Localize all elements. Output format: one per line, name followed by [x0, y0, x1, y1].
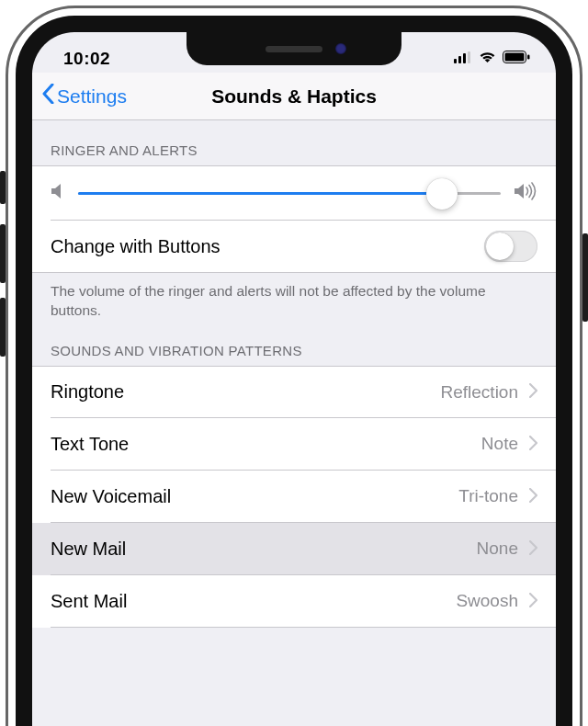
chevron-right-icon [529, 591, 537, 612]
back-button[interactable]: Settings [41, 73, 127, 119]
speaker-max-icon [514, 182, 537, 205]
section-header-ringer: Ringer and Alerts [32, 120, 556, 165]
row-value: Swoosh [456, 591, 518, 611]
svg-rect-2 [463, 53, 466, 63]
svg-rect-0 [454, 59, 457, 63]
speaker-min-icon [51, 183, 65, 204]
svg-rect-1 [458, 56, 461, 63]
chevron-right-icon [529, 434, 537, 455]
row-value: Note [481, 434, 518, 454]
chevron-right-icon [529, 486, 537, 507]
slider-fill [78, 192, 442, 195]
side-button [582, 233, 588, 322]
row-ringtone[interactable]: Ringtone Reflection [32, 366, 556, 418]
change-with-buttons-row: Change with Buttons [32, 221, 556, 273]
battery-icon [503, 51, 530, 67]
row-new-voicemail[interactable]: New Voicemail Tri-tone [32, 471, 556, 523]
toggle-knob [486, 233, 514, 260]
chevron-right-icon [529, 539, 537, 560]
row-label: Sent Mail [51, 591, 456, 612]
slider-thumb[interactable] [426, 178, 458, 210]
page-title: Sounds & Haptics [211, 85, 377, 108]
back-label: Settings [57, 85, 127, 108]
phone-frame: 10:02 [6, 6, 582, 726]
notch [187, 32, 401, 65]
row-new-mail[interactable]: New Mail None [32, 523, 556, 575]
chevron-left-icon [41, 84, 55, 108]
phone-bezel: 10:02 [16, 16, 572, 726]
svg-rect-5 [505, 52, 525, 61]
row-sent-mail[interactable]: Sent Mail Swoosh [32, 575, 556, 628]
nav-bar: Settings Sounds & Haptics [32, 73, 556, 120]
status-icons [454, 51, 530, 67]
svg-rect-3 [468, 51, 470, 63]
ringer-volume-slider[interactable] [78, 192, 501, 195]
svg-rect-6 [527, 54, 530, 59]
section-header-sounds: Sounds and Vibration Patterns [32, 328, 556, 366]
row-value: Tri-tone [458, 486, 518, 506]
chevron-right-icon [529, 381, 537, 403]
row-value: None [477, 539, 518, 559]
status-time: 10:02 [63, 49, 110, 69]
earpiece-speaker [266, 46, 322, 52]
section-footer-ringer: The volume of the ringer and alerts will… [32, 273, 556, 328]
ringer-volume-row [32, 165, 556, 221]
front-camera [335, 43, 346, 54]
phone-screen: 10:02 [32, 32, 556, 726]
row-label: New Voicemail [51, 486, 458, 507]
change-with-buttons-toggle[interactable] [484, 231, 537, 262]
wifi-icon [479, 51, 496, 67]
row-text-tone[interactable]: Text Tone Note [32, 418, 556, 471]
change-with-buttons-label: Change with Buttons [51, 236, 484, 257]
row-label: New Mail [51, 539, 477, 560]
row-value: Reflection [441, 382, 519, 403]
row-label: Ringtone [51, 381, 441, 403]
cellular-icon [454, 51, 472, 67]
row-label: Text Tone [51, 434, 481, 455]
